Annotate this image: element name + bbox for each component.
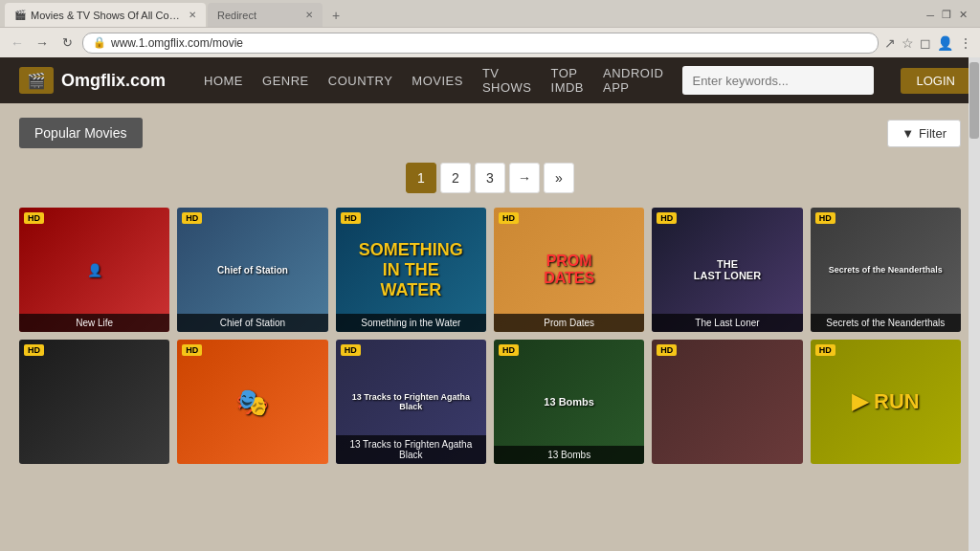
tab-view-icon[interactable]: ◻ [920,35,931,51]
inactive-tab-label: Redirect [217,10,256,21]
pagination: 1 2 3 → » [19,163,961,193]
movie-card-11[interactable]: HD [652,340,802,464]
back-btn[interactable]: ← [8,33,27,53]
page-btn-last[interactable]: » [544,163,574,193]
share-icon[interactable]: ↗ [884,35,896,51]
nav-top-imdb[interactable]: TOP IMDB [551,66,585,95]
poster-image-9: 13 Tracks to Frighten Agatha Black [336,387,486,416]
hd-badge-4: HD [499,212,519,224]
movie-title-2: Chief of Station [177,314,327,332]
page-header: Popular Movies ▼ Filter [19,118,961,148]
security-icon: 🔒 [93,36,106,49]
movie-title-3: Something in the Water [336,314,486,332]
page-btn-2[interactable]: 2 [440,163,471,193]
menu-icon[interactable]: ⋮ [959,35,972,51]
minimize-btn[interactable]: ─ [926,10,934,21]
restore-btn[interactable]: ❒ [942,9,951,21]
movie-card-something-in-the-water[interactable]: HD SOMETHINGIN THEWATER Something in the… [336,208,486,332]
main-content: Popular Movies ▼ Filter 1 2 3 → » HD 👤 N… [0,103,980,478]
url-text: www.1.omgflix.com/movie [111,36,243,50]
movie-title-5: The Last Loner [652,314,802,332]
poster-image-5: THELAST LONER [689,253,766,286]
nav-tv-shows[interactable]: TV SHOWS [482,66,532,95]
filter-button[interactable]: ▼ Filter [887,120,961,147]
movie-card-13-tracks[interactable]: HD 13 Tracks to Frighten Agatha Black 13… [336,340,486,464]
movie-title-10: 13 Bombs [494,446,644,464]
popular-movies-button[interactable]: Popular Movies [19,118,143,148]
nav-home[interactable]: HOME [204,74,243,88]
logo-icon: 🎬 [19,67,54,94]
search-input[interactable] [682,66,874,95]
movie-card-chief-of-station[interactable]: HD Chief of Station Chief of Station [177,208,327,332]
hd-badge-8: HD [182,344,202,356]
movie-card-secrets-neanderthals[interactable]: HD Secrets of the Neanderthals Secrets o… [811,208,961,332]
hd-badge-6: HD [815,212,835,224]
poster-image-8: 🎭 [231,382,274,423]
tab-close-btn[interactable]: ✕ [189,10,196,20]
hd-badge-7: HD [24,344,44,356]
movie-card-13-bombs[interactable]: HD 13 Bombs 13 Bombs [494,340,644,464]
nav-movies[interactable]: MOVIES [412,74,463,88]
movie-title-6: Secrets of the Neanderthals [811,314,961,332]
page-btn-next[interactable]: → [509,163,540,193]
hd-badge-2: HD [182,212,202,224]
site-logo[interactable]: 🎬 Omgflix.com [19,67,166,94]
movie-card-prom-dates[interactable]: HD PROMDATES Prom Dates [494,208,644,332]
movie-card-last-loner[interactable]: HD THELAST LONER The Last Loner [652,208,802,332]
tab-label: Movies & TV Shows Of All Country - [31,10,184,21]
new-tab-button[interactable]: + [324,3,347,27]
hd-badge-10: HD [499,344,519,356]
page-btn-1[interactable]: 1 [406,163,436,193]
movie-card-new-life[interactable]: HD 👤 New Life [19,208,169,332]
inactive-tab[interactable]: Redirect ✕ [208,3,323,27]
poster-image-4: PROMDATES [539,248,599,292]
poster-image-1: 👤 [82,258,107,282]
page-btn-3[interactable]: 3 [475,163,505,193]
profile-icon[interactable]: 👤 [937,35,953,51]
movie-grid-row1: HD 👤 New Life HD Chief of Station Chief … [19,208,961,332]
nav-android-app[interactable]: ANDROID APP [603,66,663,95]
forward-btn[interactable]: → [33,33,52,53]
poster-image-3: SOMETHINGIN THEWATER [354,235,468,305]
scrollbar-thumb[interactable] [969,62,979,139]
movie-card-12[interactable]: HD ▶ RUN [811,340,961,464]
movie-card-8[interactable]: HD 🎭 [177,340,327,464]
bookmark-icon[interactable]: ☆ [902,35,914,51]
hd-badge-5: HD [657,212,677,224]
inactive-tab-close[interactable]: ✕ [305,10,313,20]
movie-title-9: 13 Tracks to Frighten Agatha Black [336,435,486,464]
hd-badge-9: HD [341,344,361,356]
logo-text: Omgflix.com [61,71,166,91]
nav-genre[interactable]: GENRE [262,74,309,88]
hd-badge-11: HD [657,344,677,356]
nav-country[interactable]: COUNTRY [328,74,393,88]
hd-badge: HD [24,212,44,224]
filter-label: Filter [919,126,947,141]
site-header: 🎬 Omgflix.com HOME GENRE COUNTRY MOVIES … [0,57,980,103]
address-bar[interactable]: 🔒 www.1.omgflix.com/movie [82,33,879,54]
poster-image-12: ▶ RUN [847,385,924,419]
hd-badge-3: HD [341,212,361,224]
login-button[interactable]: LOGIN [901,68,969,94]
movie-title-1: New Life [19,314,169,332]
movie-card-7[interactable]: HD [19,340,169,464]
filter-icon: ▼ [902,126,914,141]
site-nav: HOME GENRE COUNTRY MOVIES TV SHOWS TOP I… [204,66,663,95]
poster-image-6: Secrets of the Neanderthals [824,260,947,279]
active-tab[interactable]: 🎬 Movies & TV Shows Of All Country - ✕ [5,3,206,27]
poster-image-2: Chief of Station [212,260,293,280]
scrollbar[interactable] [969,57,980,551]
movie-grid-row2: HD HD 🎭 HD 13 Tracks to Frighten Agatha … [19,340,961,464]
search-box [682,66,874,95]
poster-image-10: 13 Bombs [539,391,599,412]
movie-title-4: Prom Dates [494,314,644,332]
close-browser-btn[interactable]: ✕ [959,9,968,21]
refresh-btn[interactable]: ↻ [57,33,77,53]
hd-badge-12: HD [815,344,835,356]
